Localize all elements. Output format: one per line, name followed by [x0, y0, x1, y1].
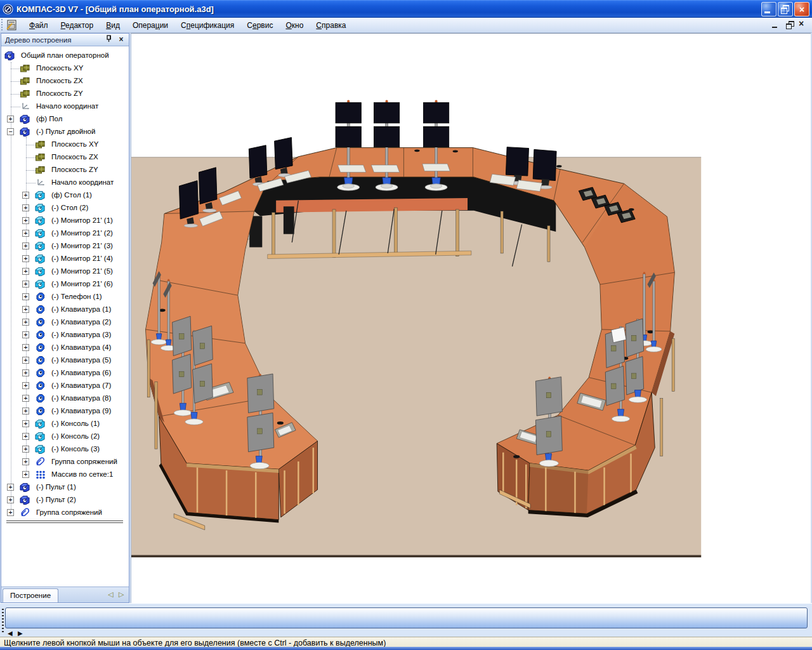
expander-plus-icon[interactable]: +	[22, 433, 29, 440]
menu-item-5[interactable]: Спецификация	[176, 19, 239, 32]
tab-build[interactable]: Построение	[3, 588, 58, 602]
restore-button[interactable]	[778, 2, 793, 17]
mdi-close-button[interactable]: ×	[799, 20, 808, 29]
tree-item[interactable]: Начало координат	[1, 176, 129, 189]
tree-item[interactable]: +(-) Пульт (2)	[1, 494, 129, 507]
menu-item-3[interactable]: Вид	[101, 19, 125, 32]
menu-item-7[interactable]: Окно	[280, 19, 308, 32]
status-accent-strip	[0, 647, 812, 650]
expander-plus-icon[interactable]: +	[22, 344, 29, 351]
3d-viewport[interactable]	[131, 33, 811, 604]
tree-item[interactable]: +Группа сопряжений	[1, 507, 129, 519]
part-blue-icon	[4, 51, 15, 61]
tree-item-label: (-) Монитор 21' (4)	[51, 255, 113, 262]
expander-plus-icon[interactable]: +	[22, 230, 29, 237]
minimize-button[interactable]	[761, 2, 776, 17]
tree-item[interactable]: +(-) Монитор 21' (2)	[1, 227, 129, 240]
tree-item[interactable]: +(-) Консоль (3)	[1, 443, 129, 456]
expander-plus-icon[interactable]: +	[7, 496, 14, 503]
menu-item-6[interactable]: Сервис	[242, 19, 278, 32]
expander-plus-icon[interactable]: +	[22, 382, 29, 389]
expander-plus-icon[interactable]: +	[22, 192, 29, 199]
tab-scroll-left-icon[interactable]: ◁	[108, 590, 113, 599]
part-cyan-icon	[35, 279, 46, 289]
tree-item[interactable]: −(-) Пульт двойной	[1, 126, 129, 138]
expander-plus-icon[interactable]: +	[22, 395, 29, 402]
menu-item-8[interactable]: Справка	[311, 19, 351, 32]
expander-plus-icon[interactable]: +	[22, 268, 29, 275]
tree-item[interactable]: +(-) Монитор 21' (1)	[1, 215, 129, 227]
expander-plus-icon[interactable]: +	[22, 319, 29, 326]
part-cyan-icon	[35, 254, 46, 264]
expander-plus-icon[interactable]: +	[7, 116, 14, 123]
tree-item[interactable]: +(-) Клавиатура (6)	[1, 367, 129, 380]
expander-plus-icon[interactable]: +	[22, 293, 29, 300]
tree-item[interactable]: Плоскость XY	[1, 138, 129, 151]
close-icon: ×	[795, 3, 809, 16]
tree-item[interactable]: +(-) Консоль (2)	[1, 430, 129, 443]
expander-plus-icon[interactable]: +	[7, 509, 14, 516]
tree-item[interactable]: +(-) Пульт (1)	[1, 481, 129, 494]
expander-plus-icon[interactable]: +	[22, 204, 29, 211]
component-icon	[35, 305, 46, 315]
menu-item-2[interactable]: Редактор	[56, 19, 99, 32]
menu-item-4[interactable]: Операции	[128, 19, 173, 32]
tree-item[interactable]: +(-) Клавиатура (7)	[1, 380, 129, 392]
expander-plus-icon[interactable]: +	[22, 357, 29, 364]
tree-item[interactable]: +(-) Консоль (1)	[1, 418, 129, 430]
tree-item[interactable]: +Массив по сетке:1	[1, 468, 129, 481]
tree-item[interactable]: Плоскость ZY	[1, 164, 129, 176]
tree-item[interactable]: Плоскость XY	[1, 62, 129, 75]
expander-plus-icon[interactable]: +	[22, 281, 29, 288]
tree-item[interactable]: Общий план операторной	[1, 50, 129, 62]
tree-item[interactable]: Плоскость ZX	[1, 151, 129, 164]
tree-item[interactable]: +(-) Клавиатура (1)	[1, 303, 129, 316]
property-bar-grip[interactable]	[2, 609, 4, 634]
mdi-minimize-button[interactable]	[771, 20, 780, 29]
tree-item[interactable]: Начало координат	[1, 100, 129, 113]
property-toolbar[interactable]	[5, 607, 808, 628]
minimize-icon	[764, 11, 770, 13]
tree-item[interactable]: +(-) Монитор 21' (5)	[1, 265, 129, 278]
menu-item-1[interactable]: Файл	[24, 19, 53, 32]
expander-plus-icon[interactable]: +	[22, 458, 29, 465]
tree-item[interactable]: +(-) Клавиатура (2)	[1, 316, 129, 329]
tree-item[interactable]: +(-) Монитор 21' (6)	[1, 278, 129, 291]
tree-item[interactable]: +(-) Телефон (1)	[1, 291, 129, 303]
expander-plus-icon[interactable]: +	[7, 484, 14, 491]
tree-item[interactable]: +(-) Клавиатура (9)	[1, 405, 129, 418]
expander-plus-icon[interactable]: +	[22, 331, 29, 338]
pin-icon[interactable]	[105, 35, 114, 44]
property-scroll-left-icon[interactable]: ◀	[8, 630, 13, 637]
tree-item[interactable]: +(-) Клавиатура (4)	[1, 342, 129, 354]
tree-item[interactable]: Плоскость ZX	[1, 75, 129, 88]
tree-item[interactable]: +(-) Клавиатура (8)	[1, 392, 129, 405]
tree-item[interactable]: +(ф) Стол (1)	[1, 189, 129, 202]
tree-item-label: Общий план операторной	[21, 51, 109, 59]
close-button[interactable]: ×	[794, 2, 809, 17]
expander-plus-icon[interactable]: +	[22, 471, 29, 478]
toolbar-grip[interactable]	[1, 19, 4, 31]
expander-plus-icon[interactable]: +	[22, 446, 29, 453]
tree-item[interactable]: +Группа сопряжений	[1, 456, 129, 468]
tree-item[interactable]: +(-) Стол (2)	[1, 202, 129, 215]
expander-plus-icon[interactable]: +	[22, 255, 29, 262]
expander-plus-icon[interactable]: +	[22, 408, 29, 415]
expander-plus-icon[interactable]: +	[22, 242, 29, 249]
expander-minus-icon[interactable]: −	[7, 128, 14, 135]
tree-item[interactable]: +(-) Клавиатура (5)	[1, 354, 129, 367]
expander-plus-icon[interactable]: +	[22, 217, 29, 224]
tree-item[interactable]: +(-) Монитор 21' (4)	[1, 253, 129, 265]
tree-item[interactable]: +(-) Монитор 21' (3)	[1, 240, 129, 253]
property-scroll-right-icon[interactable]: ▶	[18, 630, 23, 637]
expander-plus-icon[interactable]: +	[22, 420, 29, 427]
tree-item[interactable]: +(ф) Пол	[1, 113, 129, 126]
tab-scroll-right-icon[interactable]: ▷	[119, 590, 124, 599]
tree-item[interactable]: Плоскость ZY	[1, 88, 129, 100]
panel-close-icon[interactable]: ×	[117, 35, 126, 44]
expander-plus-icon[interactable]: +	[22, 306, 29, 313]
mdi-restore-button[interactable]	[785, 20, 794, 29]
document-icon[interactable]	[6, 20, 18, 31]
expander-plus-icon[interactable]: +	[22, 369, 29, 376]
tree-item[interactable]: +(-) Клавиатура (3)	[1, 329, 129, 342]
